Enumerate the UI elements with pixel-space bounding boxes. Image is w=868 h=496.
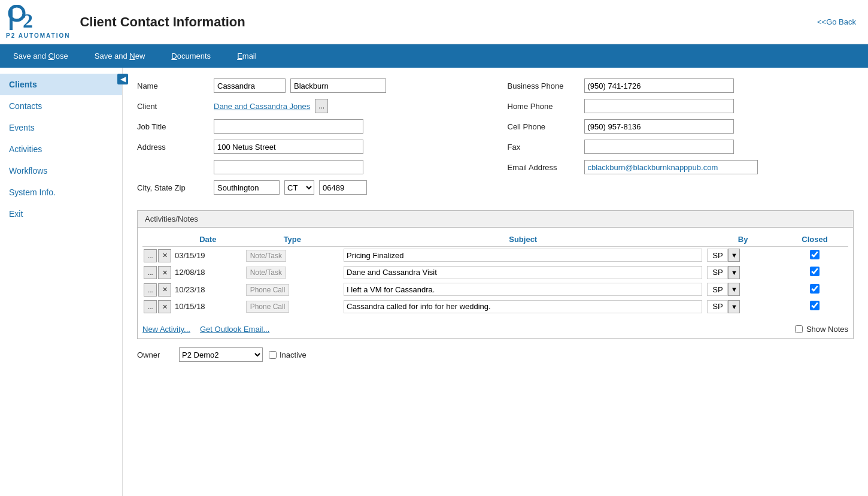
address2-input[interactable] xyxy=(214,160,363,174)
inactive-text: Inactive xyxy=(280,350,306,359)
activity-delete-button[interactable]: ✕ xyxy=(158,249,171,262)
header-left: 2 P2 AUTOMATION Client Contact Informati… xyxy=(6,5,245,39)
activity-type: Phone Call xyxy=(246,301,290,313)
activity-by-input[interactable] xyxy=(707,283,728,296)
inactive-checkbox[interactable] xyxy=(269,351,277,359)
address1-input[interactable] xyxy=(214,140,363,154)
business-phone-input[interactable] xyxy=(584,78,734,93)
toolbar: Save and Close Save and New Documents Em… xyxy=(0,44,868,68)
activity-date: 10/15/18 xyxy=(175,302,205,311)
city-input[interactable] xyxy=(214,180,280,195)
get-outlook-email-button[interactable]: Get Outlook Email... xyxy=(200,325,269,334)
go-back-link[interactable]: <<Go Back xyxy=(817,17,856,26)
activity-date-cell: 03/15/19 xyxy=(172,247,244,264)
first-name-input[interactable] xyxy=(214,78,286,93)
name-row: Name xyxy=(137,78,484,93)
activity-closed-checkbox[interactable] xyxy=(810,284,820,294)
activity-type: Note/Task xyxy=(246,250,286,262)
last-name-input[interactable] xyxy=(290,78,386,93)
activities-section: Activities/Notes Date Type Subject By Cl… xyxy=(137,210,854,339)
activity-by-dropdown[interactable]: ▼ xyxy=(728,249,740,262)
sidebar-item-activities[interactable]: Activities xyxy=(0,138,122,160)
col-type: Type xyxy=(244,232,341,247)
activity-by-input[interactable] xyxy=(707,266,728,279)
page-title: Client Contact Information xyxy=(80,14,245,30)
activity-closed-cell xyxy=(781,281,848,298)
activity-by-dropdown[interactable]: ▼ xyxy=(728,300,740,313)
sidebar-item-contacts[interactable]: Contacts xyxy=(0,95,122,117)
job-title-input[interactable] xyxy=(214,119,363,134)
col-date: Date xyxy=(172,232,244,247)
page-header: 2 P2 AUTOMATION Client Contact Informati… xyxy=(0,0,868,44)
activity-delete-button[interactable]: ✕ xyxy=(158,266,171,279)
documents-button[interactable]: Documents xyxy=(158,44,224,68)
activity-edit-button[interactable]: ... xyxy=(144,249,157,262)
client-row: Client Dane and Cassandra Jones ... xyxy=(137,99,484,113)
save-new-button[interactable]: Save and New xyxy=(81,44,159,68)
activity-edit-button[interactable]: ... xyxy=(144,266,157,279)
activity-subject-input[interactable] xyxy=(344,249,702,262)
p2-logo-svg: 2 xyxy=(6,5,39,34)
contact-form: Name Client Dane and Cassandra Jones ...… xyxy=(137,78,854,201)
sidebar-item-system-info[interactable]: System Info. xyxy=(0,182,122,203)
email-button[interactable]: Email xyxy=(224,44,270,68)
activity-by-dropdown[interactable]: ▼ xyxy=(728,266,740,279)
owner-label: Owner xyxy=(137,350,173,359)
svg-rect-1 xyxy=(10,8,13,30)
zip-input[interactable] xyxy=(319,180,367,195)
col-actions xyxy=(142,232,172,247)
show-notes-checkbox[interactable] xyxy=(795,325,803,333)
fax-input[interactable] xyxy=(584,140,734,154)
client-ellipsis-button[interactable]: ... xyxy=(315,99,328,113)
save-close-button[interactable]: Save and Close xyxy=(0,44,81,68)
activity-subject-input[interactable] xyxy=(344,283,702,296)
address2-row xyxy=(137,160,484,174)
activity-by-input[interactable] xyxy=(707,300,728,313)
activity-date-cell: 12/08/18 xyxy=(172,264,244,282)
activity-type-cell: Phone Call xyxy=(244,281,341,298)
activity-subject-cell xyxy=(341,281,705,298)
activity-type-cell: Note/Task xyxy=(244,264,341,282)
activity-actions-cell: ... ✕ xyxy=(142,247,172,264)
activity-closed-checkbox[interactable] xyxy=(810,301,820,310)
activity-delete-button[interactable]: ✕ xyxy=(158,300,171,313)
fax-row: Fax xyxy=(508,140,854,154)
activity-type: Note/Task xyxy=(246,267,286,279)
activity-by-dropdown[interactable]: ▼ xyxy=(728,283,740,296)
sidebar-collapse-button[interactable]: ◀ xyxy=(117,74,128,84)
activity-subject-cell xyxy=(341,298,705,316)
email-input[interactable] xyxy=(584,160,758,174)
home-phone-input[interactable] xyxy=(584,99,734,113)
sidebar-item-exit[interactable]: Exit xyxy=(0,203,122,225)
activity-type: Phone Call xyxy=(246,284,290,296)
name-label: Name xyxy=(137,81,209,90)
state-select[interactable]: CT NY MA CA xyxy=(284,180,314,195)
activity-type-cell: Note/Task xyxy=(244,247,341,264)
cell-phone-label: Cell Phone xyxy=(508,122,579,131)
new-activity-button[interactable]: New Activity... xyxy=(142,325,190,334)
client-link[interactable]: Dane and Cassandra Jones xyxy=(214,102,310,111)
sidebar-item-clients[interactable]: Clients xyxy=(0,74,122,95)
activity-by-input[interactable] xyxy=(707,249,728,262)
address-label: Address xyxy=(137,143,209,152)
logo: 2 P2 AUTOMATION xyxy=(6,5,70,39)
activity-by-cell: ▼ xyxy=(705,281,781,298)
col-by: By xyxy=(705,232,781,247)
activity-edit-button[interactable]: ... xyxy=(144,300,157,313)
form-left-col: Name Client Dane and Cassandra Jones ...… xyxy=(137,78,484,201)
sidebar-item-events[interactable]: Events xyxy=(0,117,122,138)
logo-brand-text: P2 AUTOMATION xyxy=(6,32,70,39)
cell-phone-input[interactable] xyxy=(584,119,734,134)
activity-closed-checkbox[interactable] xyxy=(810,250,820,259)
activity-subject-input[interactable] xyxy=(344,266,702,279)
sidebar-item-workflows[interactable]: Workflows xyxy=(0,160,122,182)
activities-table-body: ... ✕ 03/15/19 Note/Task ▼ ... ✕ xyxy=(142,247,848,316)
owner-select[interactable]: P2 Demo2 Admin Demo xyxy=(179,347,263,362)
activity-closed-cell xyxy=(781,247,848,264)
activity-row: ... ✕ 10/23/18 Phone Call ▼ xyxy=(142,281,848,298)
activity-edit-button[interactable]: ... xyxy=(144,283,157,297)
activity-subject-input[interactable] xyxy=(344,300,702,313)
activity-closed-checkbox[interactable] xyxy=(810,267,820,276)
activity-delete-button[interactable]: ✕ xyxy=(158,283,171,297)
main-layout: ◀ Clients Contacts Events Activities Wor… xyxy=(0,68,868,496)
